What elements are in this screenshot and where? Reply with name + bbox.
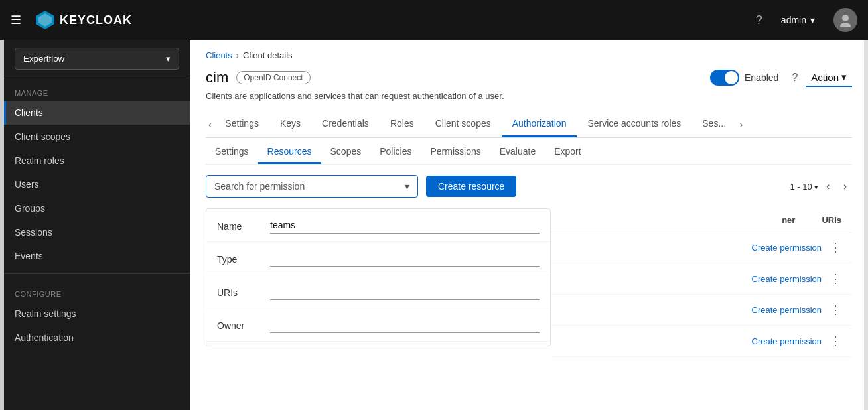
sidebar-divider <box>4 273 190 274</box>
realm-chevron-icon: ▾ <box>166 54 171 64</box>
subtab-scopes[interactable]: Scopes <box>321 141 371 164</box>
name-input-wrap <box>270 217 540 234</box>
sidebar-item-client-scopes[interactable]: Client scopes <box>4 125 190 149</box>
client-name: cim <box>206 69 228 86</box>
manage-section-label: Manage <box>4 78 190 101</box>
table-row: Create permission ⋮ <box>551 326 852 357</box>
action-button[interactable]: Action ▾ <box>806 68 852 87</box>
create-permission-link-4[interactable]: Create permission <box>752 336 822 346</box>
search-dropdown-label: Search for permission <box>214 181 399 192</box>
tab-sessions[interactable]: Ses... <box>691 111 737 137</box>
groups-label: Groups <box>15 203 45 214</box>
tab-authorization[interactable]: Authorization <box>502 111 577 137</box>
page-prev-button[interactable]: ‹ <box>821 178 835 195</box>
client-header: cim OpenID Connect Enabled ? Action ▾ <box>206 68 852 87</box>
svg-point-3 <box>840 23 851 27</box>
owner-input-wrap <box>270 316 540 333</box>
form-row-type: Type <box>206 242 550 275</box>
sidebar-item-sessions[interactable]: Sessions <box>4 220 190 244</box>
subtab-resources[interactable]: Resources <box>258 141 321 164</box>
tab-keys[interactable]: Keys <box>269 111 311 137</box>
subtab-export[interactable]: Export <box>545 141 590 164</box>
create-permission-link-2[interactable]: Create permission <box>752 274 822 284</box>
tab-prev-button[interactable]: ‹ <box>206 113 214 136</box>
tab-roles[interactable]: Roles <box>380 111 425 137</box>
logo: KEYCLOAK <box>35 9 132 31</box>
page-chevron-icon: ▾ <box>814 183 818 191</box>
configure-section-label: Configure <box>4 279 190 302</box>
tab-credentials[interactable]: Credentials <box>311 111 380 137</box>
avatar-icon <box>838 13 853 27</box>
type-input[interactable] <box>270 250 540 267</box>
row-menu-icon-4[interactable]: ⋮ <box>830 334 841 348</box>
content-scrollbar[interactable] <box>864 40 868 410</box>
sidebar-item-clients[interactable]: Clients <box>4 101 190 125</box>
type-input-wrap <box>270 250 540 267</box>
name-input[interactable] <box>270 217 540 234</box>
form-row-uris: URIs <box>206 275 550 308</box>
client-scopes-label: Client scopes <box>15 131 70 142</box>
owner-label: Owner <box>217 316 270 331</box>
table-header: ner URIs <box>551 208 852 232</box>
sidebar-item-events[interactable]: Events <box>4 244 190 268</box>
tabs-row: ‹ Settings Keys Credentials Roles Client… <box>206 111 852 138</box>
realm-settings-label: Realm settings <box>15 308 76 319</box>
tab-settings[interactable]: Settings <box>214 111 269 137</box>
row-menu-icon-1[interactable]: ⋮ <box>830 240 841 255</box>
owner-input[interactable] <box>270 316 540 333</box>
realm-label: Expertflow <box>23 54 64 64</box>
row-menu-icon-3[interactable]: ⋮ <box>830 303 841 317</box>
breadcrumb-clients[interactable]: Clients <box>206 50 232 60</box>
sidebar-item-realm-roles[interactable]: Realm roles <box>4 149 190 172</box>
subtab-policies[interactable]: Policies <box>370 141 421 164</box>
create-resource-button[interactable]: Create resource <box>426 176 516 197</box>
page-next-button[interactable]: › <box>838 178 852 195</box>
sidebar: Expertflow ▾ Manage Clients Client scope… <box>4 40 190 410</box>
user-menu[interactable]: admin ▾ <box>781 15 815 25</box>
search-dropdown-arrow-icon: ▾ <box>405 181 409 192</box>
content-area: Clients › Client details cim OpenID Conn… <box>190 40 868 410</box>
enabled-label: Enabled <box>745 72 778 83</box>
col-owner: ner <box>782 215 795 225</box>
help-icon[interactable]: ? <box>756 13 762 27</box>
users-label: Users <box>15 179 39 190</box>
subtab-evaluate[interactable]: Evaluate <box>490 141 545 164</box>
tab-service-accounts[interactable]: Service accounts roles <box>577 111 691 137</box>
subtab-permissions[interactable]: Permissions <box>421 141 490 164</box>
avatar[interactable] <box>833 8 857 32</box>
realm-select-button[interactable]: Expertflow ▾ <box>15 48 179 70</box>
tab-next-button[interactable]: › <box>737 113 745 136</box>
col-uris: URIs <box>822 215 841 225</box>
sessions-label: Sessions <box>15 227 52 238</box>
create-permission-link-3[interactable]: Create permission <box>752 305 822 315</box>
type-label: Type <box>217 250 270 265</box>
logo-text: KEYCLOAK <box>60 13 132 27</box>
form-row-name: Name <box>206 209 550 242</box>
client-help-icon[interactable]: ? <box>792 72 798 84</box>
form-row-owner: Owner <box>206 308 550 342</box>
enabled-switch[interactable] <box>710 70 739 86</box>
resources-table: ner URIs Create permission ⋮ Create perm… <box>551 208 852 357</box>
sidebar-item-authentication[interactable]: Authentication <box>4 326 190 350</box>
row-menu-icon-2[interactable]: ⋮ <box>830 271 841 286</box>
toolbar-row: Search for permission ▾ Create resource … <box>206 175 852 198</box>
clients-label: Clients <box>15 107 43 118</box>
events-label: Events <box>15 251 43 261</box>
uris-input-wrap <box>270 283 540 300</box>
pagination: 1 - 10 ▾ ‹ › <box>790 178 852 195</box>
sidebar-item-realm-settings[interactable]: Realm settings <box>4 302 190 326</box>
svg-point-2 <box>842 15 849 21</box>
create-permission-link-1[interactable]: Create permission <box>752 243 822 253</box>
action-label: Action <box>811 72 839 83</box>
sidebar-item-groups[interactable]: Groups <box>4 196 190 220</box>
uris-input[interactable] <box>270 283 540 300</box>
tab-client-scopes[interactable]: Client scopes <box>425 111 502 137</box>
toggle-knob <box>725 71 738 84</box>
sidebar-item-users[interactable]: Users <box>4 172 190 196</box>
breadcrumb: Clients › Client details <box>206 50 852 60</box>
hamburger-icon[interactable]: ☰ <box>11 13 21 27</box>
search-permission-dropdown[interactable]: Search for permission ▾ <box>206 175 418 198</box>
subtab-settings[interactable]: Settings <box>206 141 258 164</box>
breadcrumb-separator: › <box>236 50 239 60</box>
keycloak-logo-icon <box>35 9 56 31</box>
